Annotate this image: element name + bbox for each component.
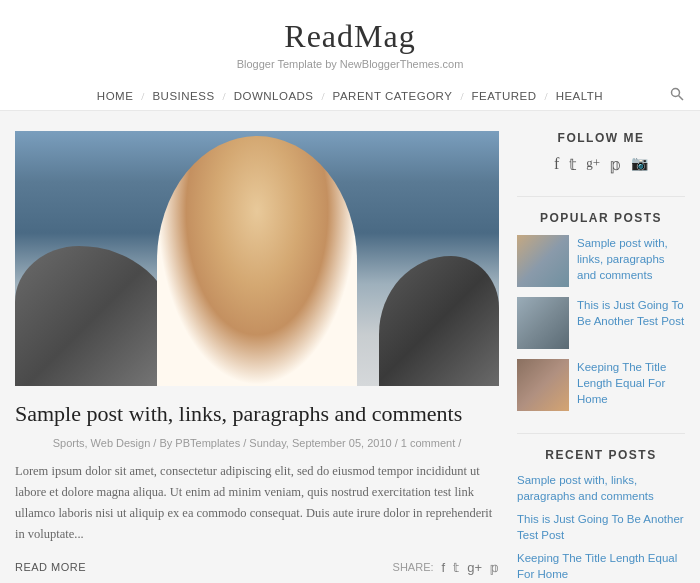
popular-post-title-3[interactable]: Keeping The Title Length Equal For Home [577,359,685,407]
recent-post-link-2[interactable]: This is Just Going To Be Another Test Po… [517,511,685,543]
recent-posts-heading: RECENT POSTS [517,448,685,462]
featured-image [15,131,499,386]
site-header: ReadMag Blogger Template by NewBloggerTh… [0,0,700,111]
facebook-share-icon[interactable]: f [442,560,446,575]
nav-business[interactable]: BUSINESS [146,82,220,110]
googleplus-icon[interactable]: g+ [586,155,600,174]
nav-featured[interactable]: FEATURED [465,82,542,110]
twitter-icon[interactable]: 𝕥 [569,155,576,174]
divider-2 [517,433,685,434]
site-title: ReadMag [0,18,700,55]
main-content: Sample post with, links, paragraphs and … [15,131,499,583]
facebook-icon[interactable]: f [554,155,559,174]
popular-posts-heading: POPULAR POSTS [517,211,685,225]
popular-post-item-1: Sample post with, links, paragraphs and … [517,235,685,287]
nav-sep-3: / [320,90,327,102]
post-footer: READ MORE SHARE: f 𝕥 g+ 𝕡 [15,560,499,575]
nav-links: HOME / BUSINESS / DOWNLOADS / PARENT CAT… [91,82,609,110]
pinterest-icon[interactable]: 𝕡 [610,155,621,174]
post-excerpt: Lorem ipsum dolor sit amet, consectetur … [15,461,499,546]
popular-post-thumb-1 [517,235,569,287]
recent-post-link-1[interactable]: Sample post with, links, paragraphs and … [517,472,685,504]
instagram-icon[interactable]: 📷 [631,155,648,174]
svg-line-1 [679,96,684,101]
nav-health[interactable]: HEALTH [550,82,610,110]
follow-heading: FOLLOW ME [517,131,685,145]
nav-sep-5: / [543,90,550,102]
recent-posts-section: RECENT POSTS Sample post with, links, pa… [517,448,685,583]
share-row: SHARE: f 𝕥 g+ 𝕡 [393,560,499,575]
popular-post-title-2[interactable]: This is Just Going To Be Another Test Po… [577,297,685,329]
pinterest-share-icon[interactable]: 𝕡 [490,560,499,575]
nav-sep-2: / [221,90,228,102]
share-label: SHARE: [393,561,434,573]
search-icon [670,87,684,101]
popular-post-thumb-3 [517,359,569,411]
search-icon-wrap[interactable] [670,87,684,105]
popular-post-item-2: This is Just Going To Be Another Test Po… [517,297,685,349]
follow-section: FOLLOW ME f 𝕥 g+ 𝕡 📷 [517,131,685,174]
nav-sep-1: / [139,90,146,102]
featured-image-placeholder [15,131,499,386]
svg-point-0 [672,89,680,97]
nav-sep-4: / [458,90,465,102]
divider-1 [517,196,685,197]
sidebar: FOLLOW ME f 𝕥 g+ 𝕡 📷 POPULAR POSTS Sampl… [517,131,685,583]
nav-downloads[interactable]: DOWNLOADS [228,82,320,110]
site-nav: HOME / BUSINESS / DOWNLOADS / PARENT CAT… [0,82,700,110]
nav-home[interactable]: HOME [91,82,140,110]
site-subtitle: Blogger Template by NewBloggerThemes.com [0,58,700,70]
post-title: Sample post with, links, paragraphs and … [15,400,499,429]
recent-post-link-3[interactable]: Keeping The Title Length Equal For Home [517,550,685,582]
popular-posts-section: POPULAR POSTS Sample post with, links, p… [517,211,685,411]
photo-person [157,136,357,386]
twitter-share-icon[interactable]: 𝕥 [453,560,459,575]
nav-parent-category[interactable]: PARENT CATEGORY [327,82,459,110]
follow-icons: f 𝕥 g+ 𝕡 📷 [517,155,685,174]
post-meta: Sports, Web Design / By PBTemplates / Su… [15,437,499,449]
popular-post-thumb-2 [517,297,569,349]
popular-post-title-1[interactable]: Sample post with, links, paragraphs and … [577,235,685,283]
read-more-link[interactable]: READ MORE [15,561,86,573]
googleplus-share-icon[interactable]: g+ [467,560,482,575]
popular-post-item-3: Keeping The Title Length Equal For Home [517,359,685,411]
content-wrapper: Sample post with, links, paragraphs and … [0,111,700,583]
